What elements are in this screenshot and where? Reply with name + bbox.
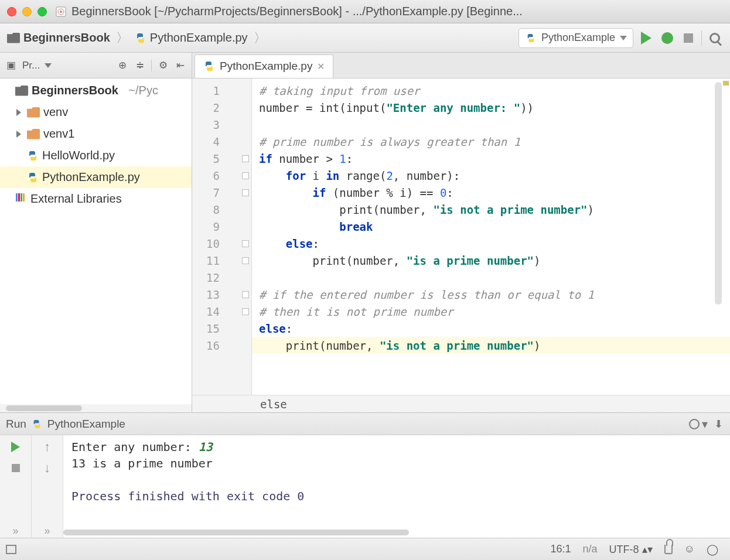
debug-button[interactable] xyxy=(659,30,676,46)
expand-arrow-icon[interactable] xyxy=(16,109,21,116)
console-output[interactable]: Enter any number: 1313 is a prime number… xyxy=(63,435,730,538)
line-separator[interactable]: n/a xyxy=(577,543,603,555)
editor-tab[interactable]: PythonExample.py ✕ xyxy=(195,54,333,78)
project-tool-window: ▣ Pr... ⊕ ≑ ⚙ ⇤ BeginnersBook ~/Pyc venv… xyxy=(0,53,192,412)
code-line[interactable]: print(number, "is a prime number") xyxy=(259,252,726,269)
tree-root[interactable]: BeginnersBook ~/Pyc xyxy=(0,80,192,101)
search-icon xyxy=(709,33,720,43)
external-libraries-label: External Libraries xyxy=(30,192,122,206)
titlebar: BeginnersBook [~/PycharmProjects/Beginne… xyxy=(0,0,730,23)
maximize-window-button[interactable] xyxy=(37,7,47,16)
run-configuration-selector[interactable]: PythonExample xyxy=(518,28,633,48)
tool-windows-button[interactable] xyxy=(6,545,16,554)
breadcrumb[interactable]: BeginnersBook 〉 PythonExample.py 〉 xyxy=(7,29,269,47)
folder-icon xyxy=(7,33,20,43)
code-line[interactable] xyxy=(259,269,726,286)
minimize-window-button[interactable] xyxy=(22,7,32,16)
code-line[interactable]: else: xyxy=(259,320,726,337)
run-header: Run PythonExample ▾ xyxy=(0,413,730,435)
vertical-scrollbar[interactable] xyxy=(715,82,722,305)
editor-area: PythonExample.py ✕ 123456789101112131415… xyxy=(192,53,730,412)
project-view-icon[interactable]: ▣ xyxy=(5,59,18,72)
breadcrumb-root[interactable]: BeginnersBook xyxy=(23,31,110,45)
collapse-all-button[interactable]: ≑ xyxy=(134,59,146,72)
code-line[interactable]: # prime number is always greater than 1 xyxy=(259,133,726,150)
tree-item[interactable]: venv xyxy=(0,101,192,123)
gear-icon[interactable] xyxy=(689,419,700,429)
gutter[interactable]: 12345678910111213141516 xyxy=(192,78,252,395)
run-toolbar-left: » xyxy=(0,435,32,538)
breadcrumb-file[interactable]: PythonExample.py xyxy=(150,31,248,45)
project-header-label[interactable]: Pr... xyxy=(22,60,40,71)
bug-icon xyxy=(661,32,673,44)
tree-root-path: ~/Pyc xyxy=(128,84,158,97)
editor-breadcrumb[interactable]: else xyxy=(192,395,730,412)
window-title: BeginnersBook [~/PycharmProjects/Beginne… xyxy=(71,5,523,18)
expand-arrow-icon[interactable] xyxy=(16,131,21,138)
tree-item[interactable]: venv1 xyxy=(0,123,192,145)
tree-item-label: PythonExample.py xyxy=(42,170,140,184)
close-tab-button[interactable]: ✕ xyxy=(317,61,325,72)
python-file-icon xyxy=(203,60,215,72)
console-line: Process finished with exit code 0 xyxy=(71,489,722,506)
lock-icon xyxy=(664,545,673,554)
settings-button[interactable]: ⚙ xyxy=(156,59,169,72)
code-line[interactable]: for i in range(2, number): xyxy=(259,167,726,184)
code-line[interactable]: break xyxy=(259,218,726,235)
play-icon xyxy=(11,442,20,452)
code-line[interactable]: if (number % i) == 0: xyxy=(259,184,726,201)
expand-button[interactable]: » xyxy=(9,524,23,538)
file-encoding[interactable]: UTF-8 ▴▾ xyxy=(603,543,659,556)
code-line[interactable]: # then it is not prime number xyxy=(259,303,726,320)
code-line[interactable] xyxy=(259,116,726,133)
inspections-widget[interactable]: ☺ xyxy=(678,543,701,555)
external-libraries[interactable]: External Libraries xyxy=(0,188,192,210)
editor-breadcrumb-item[interactable]: else xyxy=(260,398,287,411)
download-icon[interactable] xyxy=(712,418,724,430)
project-tree[interactable]: BeginnersBook ~/Pyc venvvenv1HelloWorld.… xyxy=(0,78,192,404)
code-line[interactable]: else: xyxy=(259,235,726,252)
search-everywhere-button[interactable] xyxy=(707,30,723,46)
python-file-icon xyxy=(31,418,43,430)
caret-position[interactable]: 16:1 xyxy=(545,543,577,555)
hide-button[interactable]: ⇤ xyxy=(174,59,187,72)
scroll-from-source-button[interactable]: ⊕ xyxy=(116,59,129,72)
run-title[interactable]: Run xyxy=(6,418,26,431)
expand-button[interactable]: » xyxy=(40,524,54,538)
run-tool-window: Run PythonExample ▾ » ↑ ↓ » Enter any nu… xyxy=(0,412,730,538)
editor-tab-label: PythonExample.py xyxy=(220,60,312,73)
console-line: Enter any number: 13 xyxy=(71,440,722,456)
code-line[interactable]: number = int(input("Enter any number: ")… xyxy=(259,99,726,116)
svg-rect-6 xyxy=(23,193,25,202)
code-area[interactable]: # taking input from usernumber = int(inp… xyxy=(252,78,730,395)
horizontal-scrollbar[interactable] xyxy=(0,404,192,412)
project-header: ▣ Pr... ⊕ ≑ ⚙ ⇤ xyxy=(0,53,192,78)
folder-icon xyxy=(27,107,40,118)
warning-marker[interactable] xyxy=(723,81,729,86)
code-line[interactable]: # taking input from user xyxy=(259,82,726,99)
code-line[interactable]: # if the entered number is less than or … xyxy=(259,286,726,303)
stop-button[interactable] xyxy=(680,30,697,46)
svg-point-2 xyxy=(60,11,62,13)
code-line[interactable]: print(number, "is not a prime number") xyxy=(259,201,726,218)
run-config-label[interactable]: PythonExample xyxy=(47,418,125,431)
horizontal-scrollbar[interactable] xyxy=(63,530,723,537)
tree-item[interactable]: PythonExample.py xyxy=(0,166,192,188)
down-stack-button[interactable]: ↓ xyxy=(40,461,54,475)
stop-button[interactable] xyxy=(9,461,23,475)
notifications-button[interactable]: ◯ xyxy=(701,543,724,556)
status-bar: 16:1 n/a UTF-8 ▴▾ ☺ ◯ xyxy=(0,538,730,560)
editor-tabs: PythonExample.py ✕ xyxy=(192,53,730,78)
svg-rect-5 xyxy=(21,193,22,202)
run-button[interactable] xyxy=(638,30,654,46)
readonly-toggle[interactable] xyxy=(659,543,678,555)
code-line[interactable]: if number > 1: xyxy=(259,150,726,167)
python-file-icon xyxy=(135,32,146,44)
up-stack-button[interactable]: ↑ xyxy=(40,440,54,454)
tree-item[interactable]: HelloWorld.py xyxy=(0,145,192,166)
code-editor[interactable]: 12345678910111213141516 # taking input f… xyxy=(192,78,730,395)
settings-chevron[interactable]: ▾ xyxy=(702,417,708,431)
rerun-button[interactable] xyxy=(9,440,23,454)
close-window-button[interactable] xyxy=(7,7,16,16)
folder-icon xyxy=(27,129,40,139)
